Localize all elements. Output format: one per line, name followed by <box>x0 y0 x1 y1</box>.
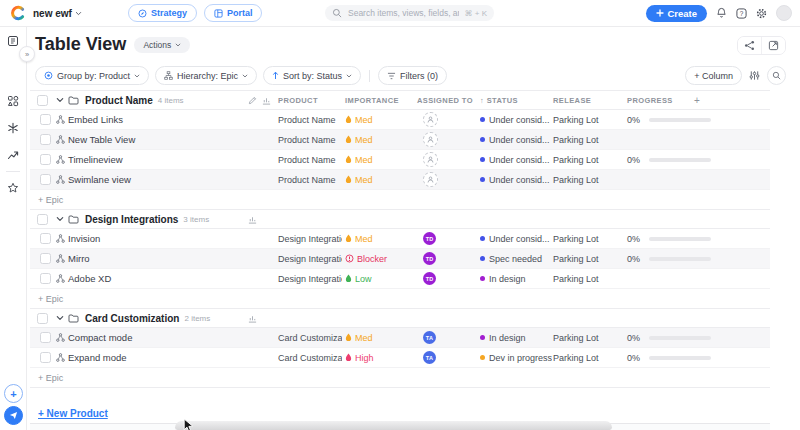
row-checkbox[interactable] <box>40 174 51 185</box>
group-name[interactable]: Product Name <box>85 95 153 106</box>
table-row[interactable]: New Table ViewProduct NameMedUnder consi… <box>30 130 770 150</box>
cell-release[interactable]: Parking Lot <box>553 110 599 129</box>
unassigned-avatar[interactable] <box>423 152 438 167</box>
table-row[interactable]: Expand modeCard Customizati...HighTADev … <box>30 348 770 368</box>
settings-button[interactable] <box>756 8 767 19</box>
cell-release[interactable]: Parking Lot <box>553 269 599 288</box>
unassigned-avatar[interactable] <box>423 112 438 127</box>
sidebar-item-products[interactable] <box>4 92 22 110</box>
cell-status[interactable]: Spec needed <box>480 249 552 268</box>
table-search-button[interactable] <box>767 66 786 85</box>
add-epic-button[interactable]: + Epic <box>38 373 63 383</box>
item-name[interactable]: Embed Links <box>68 110 123 129</box>
cell-status[interactable]: Dev in progress <box>480 348 552 367</box>
avatar[interactable]: TA <box>423 331 436 344</box>
group-by-dropdown[interactable]: Group by: Product <box>35 66 149 85</box>
cell-release[interactable]: Parking Lot <box>553 328 599 347</box>
customize-columns-button[interactable] <box>749 70 760 81</box>
column-header[interactable]: RELEASE <box>553 96 591 105</box>
cell-product[interactable]: Card Customizati... <box>278 328 342 347</box>
cell-importance[interactable]: Low <box>345 269 372 288</box>
cell-product[interactable]: Product Name <box>278 150 342 169</box>
group-edit-buttons[interactable] <box>248 96 271 105</box>
sidebar-expand-button[interactable]: » <box>19 46 35 62</box>
cell-release[interactable]: Parking Lot <box>553 249 599 268</box>
nav-portal-button[interactable]: Portal <box>204 4 263 22</box>
cell-progress[interactable]: 0% <box>627 229 711 248</box>
hierarchy-dropdown[interactable]: Hierarchy: Epic <box>155 66 257 85</box>
item-name[interactable]: Compact mode <box>68 328 132 347</box>
table-row[interactable]: Compact modeCard Customizati...MedTAIn d… <box>30 328 770 348</box>
cell-product[interactable]: Design Integratio... <box>278 249 342 268</box>
avatar[interactable]: TD <box>423 252 436 265</box>
cell-assigned[interactable]: TA <box>423 348 436 367</box>
group-checkbox[interactable] <box>37 313 48 324</box>
item-name[interactable]: Swimlane view <box>68 170 131 189</box>
cell-status[interactable]: In design <box>480 269 552 288</box>
filters-button[interactable]: Filters (0) <box>378 66 447 85</box>
help-button[interactable]: ? <box>736 8 747 19</box>
new-product-button[interactable]: + New Product <box>38 408 108 419</box>
item-name[interactable]: Adobe XD <box>68 269 111 288</box>
cell-status[interactable]: In design <box>480 328 552 347</box>
column-header[interactable]: ASSIGNED TO <box>417 96 473 105</box>
table-row[interactable]: Swimlane viewProduct NameMedUnder consid… <box>30 170 770 190</box>
cell-status[interactable]: Under consid... <box>480 229 552 248</box>
row-checkbox[interactable] <box>40 233 51 244</box>
cell-assigned[interactable]: TD <box>423 249 436 268</box>
cell-release[interactable]: Parking Lot <box>553 348 599 367</box>
cell-progress[interactable]: 0% <box>627 110 711 129</box>
table-row[interactable]: InvisionDesign Integratio...MedTDUnder c… <box>30 229 770 249</box>
table-row[interactable]: MirroDesign Integratio...BlockerTDSpec n… <box>30 249 770 269</box>
sort-by-dropdown[interactable]: Sort by: Status <box>263 66 361 85</box>
unassigned-avatar[interactable] <box>423 132 438 147</box>
group-name[interactable]: Card Customization <box>85 313 179 324</box>
cell-assigned[interactable]: TD <box>423 229 436 248</box>
cell-assigned[interactable] <box>423 130 438 149</box>
collapse-group-button[interactable] <box>56 314 64 322</box>
cell-product[interactable]: Product Name <box>278 110 342 129</box>
cell-assigned[interactable]: TA <box>423 328 436 347</box>
row-checkbox[interactable] <box>40 273 51 284</box>
item-name[interactable]: Timelineview <box>68 150 123 169</box>
row-checkbox[interactable] <box>40 253 51 264</box>
avatar[interactable]: TD <box>423 232 436 245</box>
item-name[interactable]: Expand mode <box>68 348 127 367</box>
cell-importance[interactable]: Med <box>345 110 373 129</box>
row-checkbox[interactable] <box>40 352 51 363</box>
column-header[interactable]: PROGRESS <box>627 96 673 105</box>
sidebar-item-insights[interactable] <box>4 146 22 164</box>
search-input[interactable] <box>346 7 461 19</box>
cell-importance[interactable]: Med <box>345 229 373 248</box>
share-button[interactable] <box>738 37 761 54</box>
group-name[interactable]: Design Integrations <box>85 214 178 225</box>
cell-status[interactable]: Under consid... <box>480 110 552 129</box>
cell-release[interactable]: Parking Lot <box>553 170 599 189</box>
cell-assigned[interactable]: TD <box>423 269 436 288</box>
cell-status[interactable]: Under consid... <box>480 150 552 169</box>
cell-product[interactable]: Design Integratio... <box>278 269 342 288</box>
chat-fab-button[interactable] <box>4 406 23 425</box>
group-checkbox[interactable] <box>37 95 48 106</box>
column-header[interactable]: IMPORTANCE <box>345 96 399 105</box>
cell-product[interactable]: Design Integratio... <box>278 229 342 248</box>
collapse-group-button[interactable] <box>56 215 64 223</box>
cell-assigned[interactable] <box>423 110 438 129</box>
create-button[interactable]: Create <box>646 5 707 22</box>
add-epic-button[interactable]: + Epic <box>38 195 63 205</box>
group-checkbox[interactable] <box>37 214 48 225</box>
collapse-group-button[interactable] <box>56 96 64 104</box>
add-fab-button[interactable]: + <box>4 384 23 403</box>
unassigned-avatar[interactable] <box>423 172 438 187</box>
cell-assigned[interactable] <box>423 150 438 169</box>
cell-importance[interactable]: Med <box>345 170 373 189</box>
table-row[interactable]: Adobe XDDesign Integratio...LowTDIn desi… <box>30 269 770 289</box>
cell-progress[interactable]: 0% <box>627 150 711 169</box>
cell-importance[interactable]: Med <box>345 130 373 149</box>
user-avatar[interactable] <box>776 5 792 21</box>
table-row[interactable]: TimelineviewProduct NameMedUnder consid.… <box>30 150 770 170</box>
cell-release[interactable]: Parking Lot <box>553 130 599 149</box>
cell-progress[interactable]: 0% <box>627 328 711 347</box>
cell-status[interactable]: Under consid... <box>480 130 552 149</box>
cell-importance[interactable]: Med <box>345 328 373 347</box>
